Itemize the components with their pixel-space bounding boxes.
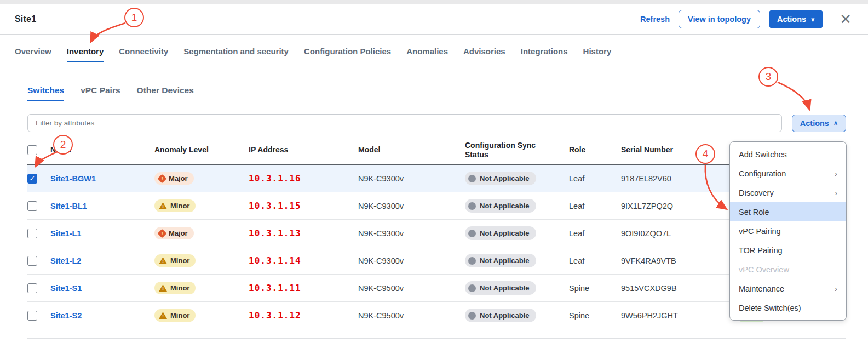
config-sync-status-badge: Not Applicable (465, 199, 536, 213)
config-sync-status-badge: Not Applicable (465, 226, 536, 240)
row-checkbox[interactable] (27, 311, 37, 321)
minor-triangle-icon: ! (159, 257, 167, 264)
menu-item[interactable]: Set Role (730, 202, 846, 221)
menu-item[interactable]: Discovery › (730, 183, 846, 202)
column-header-anomaly-level: Anomaly Level (154, 145, 249, 155)
table-actions-button[interactable]: Actions ∧ (792, 115, 846, 132)
anomaly-badge: ! ! Minor (154, 254, 196, 267)
chevron-up-icon: ∧ (833, 119, 838, 127)
anomaly-label: Major (169, 229, 188, 237)
menu-item-label: Add Switches (739, 150, 787, 159)
tab[interactable]: Configuration Policies (304, 47, 391, 62)
status-dot-icon (468, 202, 476, 210)
row-checkbox[interactable] (27, 283, 37, 293)
serial-number: 9VFK4RA9VTB (621, 256, 706, 265)
tab[interactable]: Advisories (463, 47, 505, 62)
status-dot-icon (468, 257, 476, 265)
annotation-step-1: 1 (124, 8, 144, 27)
config-sync-status-label: Not Applicable (480, 174, 530, 182)
switch-name-link[interactable]: Site1-S1 (50, 284, 154, 293)
switch-name-link[interactable]: Site1-BL1 (50, 202, 154, 210)
switch-name-link[interactable]: Site1-L1 (50, 229, 154, 238)
tab[interactable]: Overview (15, 47, 51, 62)
ip-address: 10.3.1.11 (249, 283, 358, 293)
tab[interactable]: Anomalies (406, 47, 448, 62)
menu-item[interactable]: Maintenance › (730, 279, 846, 298)
minor-triangle-icon: ! (159, 284, 167, 292)
anomaly-badge: ! ! Minor (154, 199, 196, 212)
tab[interactable]: History (583, 47, 612, 62)
refresh-button[interactable]: Refresh (640, 15, 670, 24)
subtab[interactable]: Switches (27, 85, 64, 101)
major-diamond-icon: ! (158, 229, 167, 238)
table-row[interactable]: ✓ Site1-BGW1 ! ! Major 10.3.1.16 N9K-C93… (27, 165, 846, 192)
tab[interactable]: Segmentation and security (183, 47, 289, 62)
menu-item[interactable]: Delete Switch(es) (730, 298, 846, 317)
serial-number: 9W56PH2JGHT (621, 311, 706, 320)
serial-number: 9515VCXDG9B (621, 284, 706, 293)
switch-name-link[interactable]: Site1-L2 (50, 256, 154, 265)
menu-item[interactable]: Add Switches (730, 145, 846, 164)
model: N9K-C9300v (358, 256, 465, 265)
config-sync-status-label: Not Applicable (480, 256, 530, 265)
row-checkbox[interactable] (27, 256, 37, 266)
inventory-subtabs: Switches vPC Pairs Other Devices (27, 85, 846, 101)
page-title: Site1 (15, 14, 36, 24)
role: Spine (569, 311, 621, 320)
chevron-down-icon: ∨ (810, 16, 815, 22)
table-row[interactable]: Site1-L2 ! ! Minor 10.3.1.14 N9K-C9300v (27, 247, 846, 275)
view-in-topology-button[interactable]: View in topology (679, 10, 760, 28)
tab[interactable]: Connectivity (119, 47, 168, 62)
switch-name-link[interactable]: Site1-S2 (50, 311, 154, 320)
anomaly-badge: ! ! Minor (154, 309, 196, 322)
table-actions-label: Actions (800, 119, 829, 128)
menu-item[interactable]: vPC Pairing (730, 221, 846, 241)
serial-number: 9IX1L7ZPQ2Q (621, 202, 706, 210)
minor-triangle-icon: ! (159, 202, 167, 209)
menu-item-label: Maintenance (739, 284, 784, 293)
column-header-serial-number: Serial Number (621, 145, 706, 155)
status-dot-icon (468, 230, 476, 237)
config-sync-status-label: Not Applicable (480, 202, 530, 210)
menu-item[interactable]: vPC Overview (730, 260, 846, 279)
menu-item[interactable]: TOR Pairing (730, 241, 846, 260)
main-tabs: Overview Inventory Connectivity Segmenta… (0, 35, 868, 62)
subtab[interactable]: vPC Pairs (81, 85, 120, 101)
menu-item-label: Configuration (739, 169, 786, 178)
config-sync-status-label: Not Applicable (480, 311, 530, 320)
ip-address: 10.3.1.12 (249, 310, 358, 321)
role: Leaf (569, 256, 621, 265)
role: Leaf (569, 202, 621, 210)
close-icon[interactable]: ✕ (840, 11, 852, 28)
actions-dropdown-menu: Add Switches Configuration › Discovery ›… (729, 141, 847, 321)
background-page-strip (0, 0, 868, 4)
switch-name-link[interactable]: Site1-BGW1 (50, 174, 154, 183)
table-row[interactable]: Site1-S2 ! ! Minor 10.3.1.12 N9K-C9500v (27, 302, 846, 329)
model: N9K-C9300v (358, 202, 465, 210)
submenu-arrow-icon: › (835, 188, 837, 197)
anomaly-label: Minor (170, 284, 189, 292)
table-row[interactable]: Site1-L1 ! ! Major 10.3.1.13 N9K-C9300v (27, 220, 846, 247)
status-dot-icon (468, 312, 476, 320)
table-bottom-divider (27, 338, 846, 339)
model: N9K-C9500v (358, 284, 465, 293)
column-header-model: Model (358, 145, 465, 155)
menu-item-label: TOR Pairing (739, 246, 783, 255)
table-body: ✓ Site1-BGW1 ! ! Major 10.3.1.16 N9K-C93… (27, 165, 846, 329)
row-checkbox[interactable] (27, 229, 37, 238)
ip-address: 10.3.1.14 (249, 255, 358, 266)
tab[interactable]: Integrations (521, 47, 568, 62)
header-actions-button[interactable]: Actions ∨ (769, 10, 823, 28)
annotation-step-2: 2 (53, 135, 73, 155)
subtab[interactable]: Other Devices (137, 85, 194, 101)
table-row[interactable]: Site1-S1 ! ! Minor 10.3.1.11 N9K-C9500v (27, 275, 846, 302)
select-all-checkbox[interactable] (27, 145, 37, 155)
row-checkbox[interactable]: ✓ (27, 174, 37, 184)
filter-input[interactable] (27, 114, 782, 132)
menu-item[interactable]: Configuration › (730, 164, 846, 183)
table-header-row: Name Anomaly Level IP Address Model Conf… (27, 136, 846, 165)
row-checkbox[interactable] (27, 201, 37, 211)
table-row[interactable]: Site1-BL1 ! ! Minor 10.3.1.15 N9K-C9300v (27, 192, 846, 220)
tab[interactable]: Inventory (67, 47, 104, 62)
config-sync-status-badge: Not Applicable (465, 254, 536, 267)
